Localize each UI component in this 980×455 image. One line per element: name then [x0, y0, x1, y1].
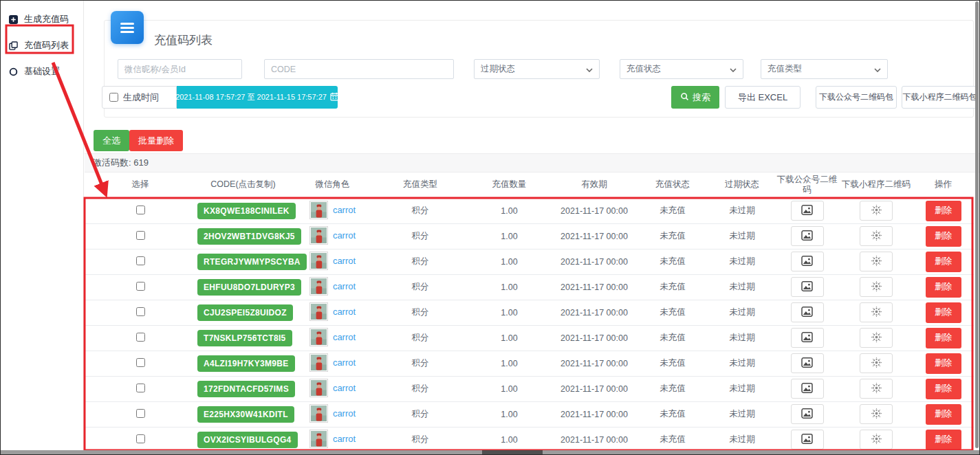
col-mp-qr: 下载公众号二维码 [774, 173, 840, 198]
download-mp-qr-button[interactable] [791, 353, 824, 373]
select-all-button[interactable]: 全选 [94, 130, 129, 151]
download-mini-qr-button[interactable] [860, 328, 893, 348]
sidebar-item-generate-code[interactable]: 生成充值码 [1, 6, 83, 32]
row-checkbox[interactable] [136, 358, 145, 367]
code-badge[interactable]: T7NSKLP756TCT8I5 [197, 330, 292, 346]
download-mp-qr-button[interactable] [791, 328, 824, 348]
wechat-role-link[interactable]: carrot [333, 256, 356, 266]
recharge-type-cell: 积分 [375, 198, 466, 223]
generate-time-checkbox[interactable] [109, 93, 118, 102]
code-badge[interactable]: RTEGRJYWMYPSCYBA [197, 254, 307, 270]
download-mini-qr-button[interactable] [860, 252, 893, 271]
recharge-status-select[interactable]: 充值状态 [620, 59, 743, 79]
code-badge[interactable]: 172FDNTACFD57IMS [197, 381, 295, 397]
sidebar-item-code-list[interactable]: 充值码列表 [1, 32, 83, 58]
delete-button[interactable]: 删除 [926, 379, 961, 399]
circle-icon [9, 67, 18, 76]
delete-button[interactable]: 删除 [926, 430, 961, 450]
download-mp-qr-button[interactable] [791, 379, 824, 399]
table-header: 选择 CODE(点击复制) 微信角色 充值类型 充值数量 有效期 充值状态 过期… [85, 173, 974, 198]
table-row: EHFUU8DO7LDURYP3 carrot 积分 1.00 2021-11-… [85, 274, 974, 300]
download-mini-qr-button[interactable] [860, 226, 893, 246]
row-checkbox[interactable] [136, 333, 145, 342]
select-value: 充值状态 [627, 63, 661, 75]
wechat-role-link[interactable]: carrot [333, 434, 356, 444]
delete-button[interactable]: 删除 [926, 302, 961, 323]
delete-button[interactable]: 删除 [926, 353, 961, 374]
delete-button[interactable]: 删除 [926, 404, 961, 425]
delete-button[interactable]: 删除 [926, 277, 961, 298]
download-mini-qr-button[interactable] [860, 201, 893, 221]
code-input[interactable] [264, 59, 454, 79]
download-mp-qr-button[interactable] [791, 201, 824, 221]
wechat-role-link[interactable]: carrot [333, 281, 356, 291]
horizontal-scrollbar-thumb[interactable] [482, 450, 543, 454]
col-recharge-type: 充值类型 [375, 173, 466, 198]
date-range-text: 2021-11-08 17:57:27 至 2021-11-15 17:57:2… [175, 92, 327, 102]
vertical-scrollbar[interactable] [975, 1, 979, 448]
date-range-button[interactable]: 2021-11-08 17:57:27 至 2021-11-15 17:57:2… [177, 86, 338, 109]
wechat-role-link[interactable]: carrot [333, 357, 356, 368]
amount-cell: 1.00 [466, 351, 553, 376]
download-mini-qr-button[interactable] [860, 302, 893, 322]
download-mp-qr-button[interactable] [791, 226, 824, 246]
carrot-avatar [309, 277, 328, 296]
download-mp-qr-pack-button[interactable]: 下载公众号二维码包 [816, 86, 897, 109]
download-mini-qr-button[interactable] [860, 404, 893, 424]
wechat-role-cell: carrot [309, 201, 356, 219]
mini-qr-icon [871, 255, 882, 269]
row-checkbox[interactable] [136, 434, 145, 443]
code-badge[interactable]: A4LZI19H7KY3M9BE [197, 355, 295, 372]
amount-cell: 1.00 [466, 300, 553, 325]
row-checkbox[interactable] [136, 384, 145, 392]
wechat-role-link[interactable]: carrot [333, 332, 356, 342]
code-badge[interactable]: E225HX30W41KDITL [197, 406, 294, 423]
recharge-type-select[interactable]: 充值类型 [761, 59, 888, 79]
delete-button[interactable]: 删除 [926, 201, 961, 221]
wechat-role-link[interactable]: carrot [333, 230, 356, 241]
download-mini-qr-button[interactable] [860, 379, 893, 399]
download-mini-qr-button[interactable] [860, 277, 893, 297]
row-checkbox[interactable] [136, 256, 145, 265]
wechat-role-link[interactable]: carrot [333, 307, 356, 317]
expire-status-select[interactable]: 过期状态 [474, 59, 600, 79]
row-checkbox[interactable] [136, 206, 145, 214]
batch-delete-button[interactable]: 批量删除 [129, 130, 183, 151]
download-mp-qr-button[interactable] [791, 277, 824, 297]
recharge-type-cell: 积分 [375, 351, 466, 376]
horizontal-scrollbar[interactable] [1, 450, 979, 454]
download-mp-qr-button[interactable] [791, 404, 824, 424]
delete-button[interactable]: 删除 [926, 226, 961, 247]
code-badge[interactable]: CJU2SPEI5Z8UIDOZ [197, 304, 293, 321]
download-mini-qr-pack-button[interactable]: 下载小程序二维码包 [902, 86, 978, 109]
code-badge[interactable]: KX8QWE188CINILEK [197, 203, 296, 219]
table-row: CJU2SPEI5Z8UIDOZ carrot 积分 1.00 2021-11-… [85, 300, 974, 325]
sidebar: 生成充值码 充值码列表 基础设置 [1, 1, 84, 454]
nickname-input[interactable] [118, 59, 242, 79]
delete-button[interactable]: 删除 [926, 252, 961, 272]
delete-button[interactable]: 删除 [926, 328, 961, 348]
code-badge[interactable]: OVX2ICSYIBULGQG4 [197, 432, 298, 448]
download-mp-qr-button[interactable] [791, 302, 824, 322]
expire-status-cell: 未过期 [710, 376, 774, 401]
hamburger-icon[interactable] [111, 11, 144, 44]
wechat-role-link[interactable]: carrot [333, 408, 356, 419]
col-wechat-role: 微信角色 [290, 173, 375, 198]
export-excel-button[interactable]: 导出 EXCEL [725, 86, 801, 109]
row-checkbox[interactable] [136, 307, 145, 316]
row-checkbox[interactable] [136, 231, 145, 240]
download-mp-qr-button[interactable] [791, 252, 824, 271]
row-checkbox[interactable] [136, 282, 145, 291]
select-value: 过期状态 [481, 63, 515, 75]
sidebar-item-basic-settings[interactable]: 基础设置 [1, 58, 83, 85]
wechat-role-cell: carrot [309, 404, 356, 423]
download-mp-qr-button[interactable] [791, 430, 824, 450]
wechat-role-link[interactable]: carrot [333, 205, 356, 215]
search-button[interactable]: 搜索 [671, 86, 719, 109]
code-badge[interactable]: 2HOV2WBT1DVG8KJ5 [197, 228, 301, 245]
row-checkbox[interactable] [136, 409, 145, 418]
download-mini-qr-button[interactable] [860, 353, 893, 373]
wechat-role-link[interactable]: carrot [333, 383, 356, 393]
code-badge[interactable]: EHFUU8DO7LDURYP3 [197, 279, 301, 296]
download-mini-qr-button[interactable] [860, 430, 893, 450]
